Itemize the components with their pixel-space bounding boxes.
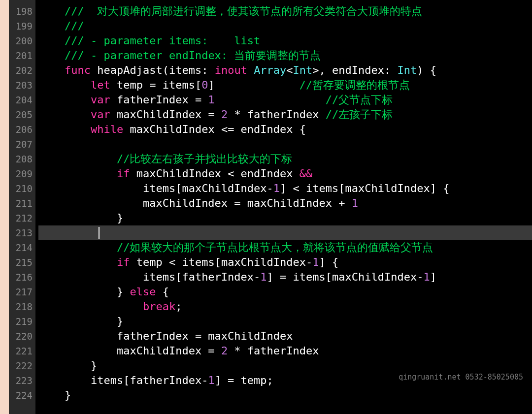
code-token: ; — [175, 300, 182, 313]
code-token: items[fatherIndex- — [38, 271, 260, 283]
code-token: ] = items[maxChildIndex- — [267, 271, 424, 283]
code-line[interactable]: while maxChildIndex <= endIndex { — [38, 122, 532, 137]
code-line[interactable]: //比较左右孩子并找出比较大的下标 — [38, 152, 532, 166]
code-token — [38, 123, 91, 135]
line-number: 207 — [11, 137, 33, 152]
code-token: } — [38, 315, 123, 327]
code-token: ) { — [417, 64, 436, 76]
line-number: 221 — [11, 344, 33, 358]
code-area[interactable]: /// 对大顶堆的局部进行调整，使其该节点的所有父类符合大顶堆的特点 /// /… — [35, 0, 532, 414]
code-line[interactable]: let temp = items[0] //暂存要调整的根节点 — [38, 78, 532, 93]
code-line[interactable]: //如果较大的那个子节点比根节点大，就将该节点的值赋给父节点 — [38, 240, 532, 255]
code-token: ] < items[maxChildIndex] { — [280, 182, 449, 194]
code-token: maxChildIndex <= endIndex { — [123, 123, 306, 135]
code-token: 1 — [208, 94, 214, 106]
code-token: 1 — [273, 182, 280, 194]
watermark-text: qingruanit.net 0532-85025005 — [399, 370, 523, 384]
code-token — [38, 64, 65, 76]
line-number: 210 — [11, 181, 33, 196]
line-number: 202 — [11, 63, 33, 78]
code-line[interactable]: } — [38, 314, 532, 329]
code-editor[interactable]: 1981992002012022032042052062072082092102… — [9, 0, 532, 414]
code-token: maxChildIndex = — [38, 345, 221, 357]
code-token: if — [117, 256, 130, 268]
code-token: maxChildIndex < endIndex — [130, 167, 299, 180]
code-token — [38, 153, 117, 165]
line-number: 224 — [11, 388, 33, 403]
code-token: heapAdjast(items: — [91, 64, 215, 76]
code-token: while — [91, 123, 123, 135]
line-number: 206 — [11, 122, 33, 137]
code-line[interactable]: items[fatherIndex-1] = items[maxChildInd… — [38, 270, 532, 285]
code-line[interactable]: items[maxChildIndex-1] < items[maxChildI… — [38, 181, 532, 196]
code-token: } — [38, 286, 130, 298]
code-token — [38, 241, 117, 254]
code-token: //左孩子下标 — [326, 108, 393, 121]
code-line[interactable]: /// 对大顶堆的局部进行调整，使其该节点的所有父类符合大顶堆的特点 — [38, 4, 532, 19]
line-number: 198 — [11, 4, 33, 19]
line-number: 216 — [11, 270, 33, 285]
code-line[interactable]: break; — [38, 299, 532, 314]
code-token: } — [38, 359, 97, 372]
code-line[interactable]: } else { — [38, 285, 532, 299]
line-number: 208 — [11, 152, 33, 166]
code-token: } — [38, 212, 123, 224]
code-token — [215, 94, 326, 106]
code-token: { — [156, 286, 169, 298]
code-line[interactable]: /// - parameter endIndex: 当前要调整的节点 — [38, 48, 532, 63]
code-line[interactable]: func heapAdjast(items: inout Array<Int>,… — [38, 63, 532, 78]
line-number: 222 — [11, 358, 33, 373]
code-line[interactable]: } — [38, 211, 532, 225]
code-line[interactable]: fatherIndex = maxChildIndex — [38, 329, 532, 344]
code-token — [38, 256, 117, 268]
code-token: break — [143, 300, 175, 313]
code-token: //如果较大的那个子节点比根节点大，就将该节点的值赋给父节点 — [117, 241, 433, 254]
code-token — [38, 79, 91, 91]
code-token: ] = temp; — [215, 374, 273, 386]
code-token: ] { — [319, 256, 339, 268]
code-line[interactable] — [38, 137, 532, 152]
code-token: ] — [208, 79, 299, 91]
code-token: Array — [254, 64, 286, 76]
code-line[interactable]: if maxChildIndex < endIndex && — [38, 166, 532, 181]
code-token — [38, 34, 65, 47]
text-cursor — [99, 227, 100, 239]
code-line[interactable]: if temp < items[maxChildIndex-1] { — [38, 255, 532, 270]
code-token: 1 — [423, 271, 430, 283]
code-token: 1 — [352, 197, 358, 209]
code-token: && — [299, 167, 313, 180]
code-token: else — [130, 286, 156, 298]
code-token: temp < items[maxChildIndex- — [130, 256, 312, 268]
code-line[interactable]: /// - parameter items: list — [38, 33, 532, 48]
code-token: fatherIndex = maxChildIndex — [38, 330, 293, 342]
code-token: 0 — [201, 79, 208, 91]
code-token: ] — [430, 271, 436, 283]
line-number: 214 — [11, 240, 33, 255]
code-line[interactable]: maxChildIndex = 2 * fatherIndex — [38, 344, 532, 358]
code-token — [38, 20, 65, 32]
line-number: 212 — [11, 211, 33, 225]
line-number: 209 — [11, 166, 33, 181]
code-line[interactable]: maxChildIndex = maxChildIndex + 1 — [38, 196, 532, 211]
line-number: 211 — [11, 196, 33, 211]
code-line[interactable]: /// — [38, 19, 532, 33]
code-token: 1 — [260, 271, 266, 283]
code-line[interactable]: var fatherIndex = 1 //父节点下标 — [38, 93, 532, 107]
line-number: 223 — [11, 373, 33, 388]
code-token: //暂存要调整的根节点 — [299, 79, 410, 91]
code-token: /// — [65, 20, 84, 32]
line-number: 201 — [11, 48, 33, 63]
code-token: * fatherIndex — [228, 108, 326, 121]
line-number: 203 — [11, 78, 33, 93]
code-token: /// - parameter items: list — [65, 34, 260, 47]
code-token: >, endIndex: — [312, 64, 397, 76]
line-number: 220 — [11, 329, 33, 344]
code-token — [38, 300, 143, 313]
line-number: 215 — [11, 255, 33, 270]
code-token: /// - parameter endIndex: 当前要调整的节点 — [65, 49, 321, 62]
code-token: /// 对大顶堆的局部进行调整，使其该节点的所有父类符合大顶堆的特点 — [65, 5, 422, 17]
code-line[interactable]: var maxChildIndex = 2 * fatherIndex //左孩… — [38, 107, 532, 122]
line-number: 213 — [11, 225, 33, 240]
code-line[interactable] — [38, 225, 532, 240]
code-line[interactable]: } — [38, 388, 532, 403]
